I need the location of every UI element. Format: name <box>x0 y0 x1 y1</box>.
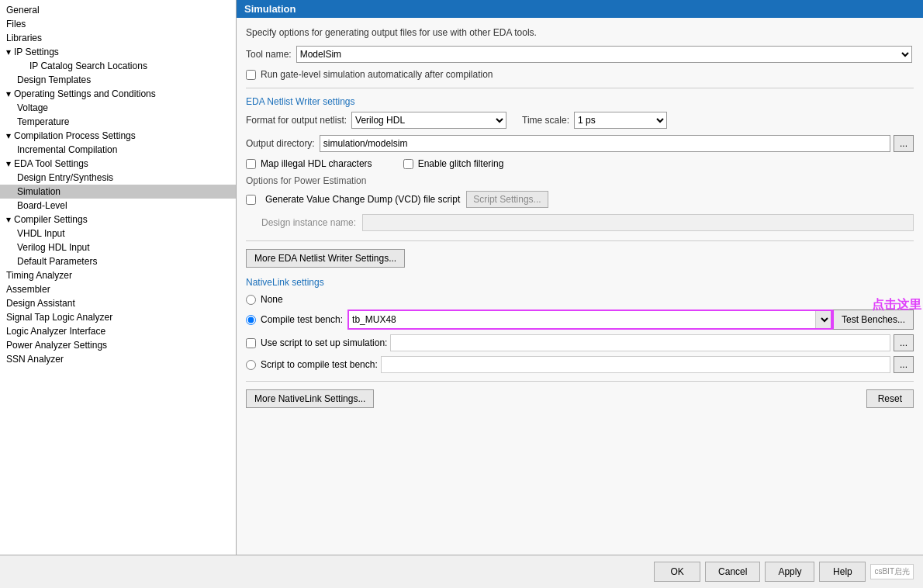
output-dir-browse-btn[interactable]: ... <box>894 135 914 152</box>
enable-glitch-checkbox[interactable] <box>403 159 413 169</box>
sidebar-item-general[interactable]: General <box>0 3 236 17</box>
more-eda-row: More EDA Netlist Writer Settings... <box>246 249 914 268</box>
run-gate-level-checkbox[interactable] <box>246 70 256 80</box>
tool-name-row: Tool name: ModelSim <box>246 46 914 63</box>
script-compile-label: Script to compile test bench: <box>261 359 378 370</box>
sidebar-item-operating-label: Operating Settings and Conditions <box>14 88 156 99</box>
run-gate-level-row: Run gate-level simulation automatically … <box>246 69 914 80</box>
generate-vcd-row: Generate Value Change Dump (VCD) file sc… <box>246 191 914 208</box>
sidebar-item-incremental[interactable]: Incremental Compilation <box>0 143 236 157</box>
apply-button[interactable]: Apply <box>765 562 814 582</box>
time-scale-select[interactable]: 1 ps <box>574 112 667 129</box>
arrow-icon-4: ▾ <box>6 158 11 169</box>
tool-name-select[interactable]: ModelSim <box>296 46 912 63</box>
sidebar: General Files Libraries ▾ IP Settings IP… <box>0 0 237 555</box>
use-script-input[interactable] <box>390 334 890 351</box>
sidebar-item-voltage[interactable]: Voltage <box>0 101 236 115</box>
compile-bench-input-wrap <box>347 310 832 330</box>
compile-bench-row: Compile test bench: Test Benches... 点击这里 <box>246 310 914 330</box>
compile-bench-radio[interactable] <box>246 315 256 325</box>
sidebar-item-ip-settings[interactable]: ▾ IP Settings <box>0 45 236 59</box>
sidebar-item-design-assistant[interactable]: Design Assistant <box>0 296 236 310</box>
arrow-icon: ▾ <box>6 47 11 57</box>
sidebar-item-compiler[interactable]: ▾ Compiler Settings <box>0 213 236 227</box>
design-instance-row: Design instance name: <box>246 214 914 231</box>
sidebar-item-eda[interactable]: ▾ EDA Tool Settings <box>0 157 236 171</box>
script-compile-browse[interactable]: ... <box>894 356 914 373</box>
separator-2 <box>246 240 914 241</box>
sidebar-item-vhdl[interactable]: VHDL Input <box>0 227 236 240</box>
use-script-row: Use script to set up simulation: ... <box>246 334 914 351</box>
design-instance-input[interactable] <box>362 214 914 231</box>
map-illegal-row: Map illegal HDL characters <box>246 158 372 169</box>
sidebar-item-verilog[interactable]: Verilog HDL Input <box>0 240 236 254</box>
sidebar-item-design-templates[interactable]: Design Templates <box>0 73 236 87</box>
compile-bench-dropdown[interactable] <box>815 311 831 328</box>
sidebar-item-ssn[interactable]: SSN Analyzer <box>0 352 236 366</box>
click-hint: 点击这里 <box>872 297 921 313</box>
format-select[interactable]: Verilog HDL <box>351 112 506 129</box>
enable-glitch-row: Enable glitch filtering <box>403 158 504 169</box>
sidebar-item-signal-tap[interactable]: Signal Tap Logic Analyzer <box>0 310 236 324</box>
sidebar-item-files[interactable]: Files <box>0 17 236 31</box>
power-options-title: Options for Power Estimation <box>246 175 914 186</box>
cancel-button[interactable]: Cancel <box>705 562 760 582</box>
watermark: csBIT启光 <box>870 564 914 579</box>
sidebar-item-timing[interactable]: Timing Analyzer <box>0 268 236 282</box>
run-gate-level-label: Run gate-level simulation automatically … <box>261 69 493 80</box>
sidebar-item-compiler-label: Compiler Settings <box>14 214 88 225</box>
use-script-label: Use script to set up simulation: <box>261 337 387 348</box>
generate-vcd-checkbox[interactable] <box>246 195 256 205</box>
content-panel: Simulation Specify options for generatin… <box>237 0 923 555</box>
script-compile-input[interactable] <box>381 356 890 373</box>
sidebar-item-board-level[interactable]: Board-Level <box>0 199 236 213</box>
script-settings-btn[interactable]: Script Settings... <box>466 191 548 208</box>
content-body: Specify options for generating output fi… <box>237 18 923 555</box>
reset-btn[interactable]: Reset <box>866 389 914 408</box>
none-radio[interactable] <box>246 295 256 305</box>
help-button[interactable]: Help <box>819 562 866 582</box>
nativelink-title: NativeLink settings <box>246 277 914 288</box>
output-dir-label: Output directory: <box>246 138 315 149</box>
footer: OK Cancel Apply Help csBIT启光 <box>0 555 923 588</box>
sidebar-item-libraries[interactable]: Libraries <box>0 31 236 45</box>
arrow-icon-5: ▾ <box>6 214 11 225</box>
sidebar-item-compilation-label: Compilation Process Settings <box>14 130 136 141</box>
main-container: General Files Libraries ▾ IP Settings IP… <box>0 0 923 555</box>
sidebar-item-default-params[interactable]: Default Parameters <box>0 254 236 268</box>
eda-netlist-title: EDA Netlist Writer settings <box>246 96 914 107</box>
sidebar-item-ip-label: IP Settings <box>14 47 59 57</box>
sidebar-item-assembler[interactable]: Assembler <box>0 282 236 296</box>
separator-1 <box>246 88 914 88</box>
tool-name-label: Tool name: <box>246 49 292 60</box>
arrow-icon-2: ▾ <box>6 88 11 99</box>
more-nativelink-btn[interactable]: More NativeLink Settings... <box>246 389 374 408</box>
two-check-row: Map illegal HDL characters Enable glitch… <box>246 158 914 169</box>
sidebar-item-temperature[interactable]: Temperature <box>0 115 236 129</box>
sidebar-item-compilation[interactable]: ▾ Compilation Process Settings <box>0 129 236 143</box>
more-eda-btn[interactable]: More EDA Netlist Writer Settings... <box>246 249 405 268</box>
format-label: Format for output netlist: <box>246 115 347 126</box>
generate-vcd-label: Generate Value Change Dump (VCD) file sc… <box>265 194 460 205</box>
compile-bench-input[interactable] <box>349 311 815 328</box>
script-compile-radio[interactable] <box>246 360 256 370</box>
sidebar-item-eda-label: EDA Tool Settings <box>14 158 88 169</box>
more-nativelink-row: More NativeLink Settings... Reset <box>246 389 914 408</box>
use-script-browse[interactable]: ... <box>894 334 914 351</box>
sidebar-item-logic-analyzer[interactable]: Logic Analyzer Interface <box>0 324 236 338</box>
sidebar-item-power-analyzer[interactable]: Power Analyzer Settings <box>0 338 236 352</box>
output-dir-input[interactable] <box>320 135 890 152</box>
sidebar-item-operating[interactable]: ▾ Operating Settings and Conditions <box>0 87 236 101</box>
design-instance-label: Design instance name: <box>261 217 356 228</box>
ok-button[interactable]: OK <box>654 562 700 582</box>
power-options-section: Options for Power Estimation Generate Va… <box>246 175 914 231</box>
sidebar-item-design-entry[interactable]: Design Entry/Synthesis <box>0 171 236 185</box>
sidebar-item-ip-catalog[interactable]: IP Catalog Search Locations <box>0 59 236 73</box>
enable-glitch-label: Enable glitch filtering <box>418 158 504 169</box>
time-scale-label: Time scale: <box>522 115 569 126</box>
sidebar-item-simulation[interactable]: Simulation <box>0 185 236 199</box>
use-script-checkbox[interactable] <box>246 338 256 348</box>
map-illegal-checkbox[interactable] <box>246 159 256 169</box>
format-timescale-row: Format for output netlist: Verilog HDL T… <box>246 112 914 129</box>
none-radio-row: None <box>246 294 914 305</box>
